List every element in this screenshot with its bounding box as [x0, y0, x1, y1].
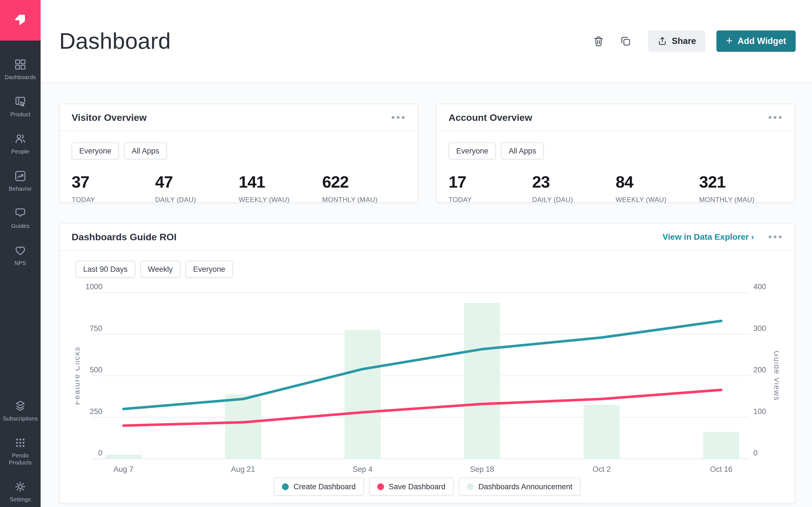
dashboards-grid-icon	[14, 58, 27, 71]
card-header: Account Overview	[437, 104, 795, 131]
card-menu-button[interactable]	[767, 113, 783, 122]
dashboard-content: Visitor Overview Everyone All Apps 37 TO…	[41, 83, 812, 507]
sidebar-item-label: Settings	[10, 496, 31, 503]
stat-value: 321	[699, 172, 783, 191]
add-widget-button[interactable]: + Add Widget	[716, 31, 796, 52]
stat-value: 84	[616, 172, 699, 191]
svg-text:Aug 7: Aug 7	[114, 465, 134, 473]
sidebar-item-settings[interactable]: Settings	[1, 480, 40, 503]
svg-text:Oct 16: Oct 16	[710, 465, 732, 473]
svg-text:200: 200	[753, 365, 766, 374]
stat-label: MONTHLY (MAU)	[699, 196, 783, 204]
sidebar-item-people[interactable]: People	[1, 132, 40, 155]
svg-text:Sep 18: Sep 18	[470, 465, 494, 473]
sidebar-item-label: NPS	[14, 260, 26, 267]
date-range-filter-chip[interactable]: Last 90 Days	[75, 261, 135, 278]
sidebar-item-pendo-products[interactable]: Pendo Products	[1, 436, 40, 466]
legend-item[interactable]: Create Dashboard	[274, 478, 364, 496]
share-button-label: Share	[672, 36, 696, 46]
card-header: Visitor Overview	[60, 104, 417, 131]
svg-text:0: 0	[753, 449, 758, 457]
sidebar: Dashboards Product People	[0, 0, 41, 507]
sidebar-item-label: People	[11, 148, 29, 155]
card-menu-button[interactable]	[391, 113, 406, 122]
duplicate-dashboard-button[interactable]	[618, 33, 633, 49]
copy-icon	[619, 35, 632, 47]
stat-label: TODAY	[449, 196, 532, 204]
sidebar-item-nps[interactable]: NPS	[1, 244, 40, 267]
sidebar-item-behavior[interactable]: Behavior	[1, 170, 40, 192]
share-button[interactable]: Share	[648, 31, 705, 52]
apps-filter-chip[interactable]: All Apps	[124, 143, 167, 159]
card-header-actions: View in Data Explorer ›	[662, 232, 783, 242]
legend-label: Create Dashboard	[294, 483, 356, 491]
delete-dashboard-button[interactable]	[591, 33, 606, 49]
sidebar-item-label: Pendo Products	[1, 452, 40, 466]
stat-monthly: 622 MONTHLY (MAU)	[322, 172, 406, 204]
svg-text:Sep 4: Sep 4	[353, 465, 373, 473]
page-header: Dashboard	[41, 0, 812, 83]
left-axis-title: Feature Clicks	[75, 347, 81, 405]
sidebar-item-label: Subscriptions	[3, 415, 38, 422]
pendo-flag-icon	[11, 11, 30, 30]
sidebar-item-label: Product	[10, 111, 30, 118]
legend-label: Dashboards Announcement	[478, 483, 572, 491]
stat-daily: 23 DAILY (DAU)	[532, 172, 615, 204]
sidebar-item-label: Dashboards	[5, 74, 36, 81]
subscriptions-layers-icon	[14, 399, 27, 412]
svg-text:250: 250	[90, 407, 102, 416]
sidebar-item-product[interactable]: Product	[1, 95, 40, 118]
pendo-logo[interactable]	[0, 0, 41, 41]
ellipsis-icon	[769, 235, 771, 238]
sidebar-nav-bottom: Subscriptions Pendo Products Settings	[1, 399, 40, 503]
stat-value: 23	[532, 172, 615, 191]
legend-color-dot	[377, 483, 384, 490]
card-title: Account Overview	[449, 112, 532, 123]
sidebar-item-dashboards[interactable]: Dashboards	[1, 58, 40, 81]
overview-cards-row: Visitor Overview Everyone All Apps 37 TO…	[59, 104, 795, 203]
stat-label: WEEKLY (WAU)	[239, 196, 322, 204]
segment-filter-chip[interactable]: Everyone	[71, 143, 119, 159]
granularity-filter-chip[interactable]: Weekly	[140, 261, 181, 278]
card-body: Last 90 Days Weekly Everyone 02505007501…	[60, 251, 795, 496]
stats-row: 17 TODAY 23 DAILY (DAU) 84 WEEKLY (WAU)	[449, 172, 783, 204]
apps-filter-chip[interactable]: All Apps	[501, 143, 544, 159]
dashboards-guide-roi-card: Dashboards Guide ROI View in Data Explor…	[59, 223, 795, 504]
svg-text:400: 400	[753, 283, 766, 291]
nps-heart-icon	[14, 244, 27, 257]
stat-label: DAILY (DAU)	[532, 196, 615, 204]
sidebar-item-subscriptions[interactable]: Subscriptions	[1, 399, 40, 422]
page-title: Dashboard	[59, 28, 171, 54]
header-actions: Share + Add Widget	[591, 31, 796, 52]
card-header: Dashboards Guide ROI View in Data Explor…	[60, 224, 795, 251]
stat-value: 37	[71, 172, 155, 191]
svg-text:Oct 2: Oct 2	[593, 465, 611, 473]
svg-text:1000: 1000	[86, 283, 102, 291]
card-body: Everyone All Apps 37 TODAY 47 DAILY (DAU…	[60, 131, 417, 215]
filter-chips: Everyone All Apps	[449, 143, 783, 159]
chart-legend: Create DashboardSave DashboardDashboards…	[75, 478, 779, 496]
svg-text:750: 750	[90, 324, 102, 333]
visitor-overview-card: Visitor Overview Everyone All Apps 37 TO…	[59, 104, 418, 203]
stats-row: 37 TODAY 47 DAILY (DAU) 141 WEEKLY (WAU)	[71, 172, 406, 204]
add-widget-button-label: Add Widget	[738, 36, 786, 46]
legend-color-dot	[282, 483, 289, 490]
sidebar-item-guides[interactable]: Guides	[1, 207, 40, 230]
view-in-data-explorer-link[interactable]: View in Data Explorer ›	[662, 232, 754, 242]
stat-monthly: 321 MONTHLY (MAU)	[699, 172, 783, 204]
legend-item[interactable]: Dashboards Announcement	[459, 478, 580, 496]
trash-icon	[592, 35, 605, 47]
legend-item[interactable]: Save Dashboard	[369, 478, 454, 496]
segment-filter-chip[interactable]: Everyone	[186, 261, 233, 278]
settings-gear-icon	[14, 480, 27, 493]
pendo-products-dots-icon	[14, 436, 27, 449]
card-title: Visitor Overview	[71, 112, 147, 123]
card-menu-button[interactable]	[767, 233, 783, 241]
ellipsis-icon	[769, 116, 771, 119]
stat-value: 622	[322, 172, 406, 191]
legend-color-dot	[467, 483, 474, 490]
stat-label: DAILY (DAU)	[155, 196, 239, 204]
stat-daily: 47 DAILY (DAU)	[155, 172, 239, 204]
segment-filter-chip[interactable]: Everyone	[449, 143, 496, 159]
filter-chips: Everyone All Apps	[71, 143, 406, 159]
